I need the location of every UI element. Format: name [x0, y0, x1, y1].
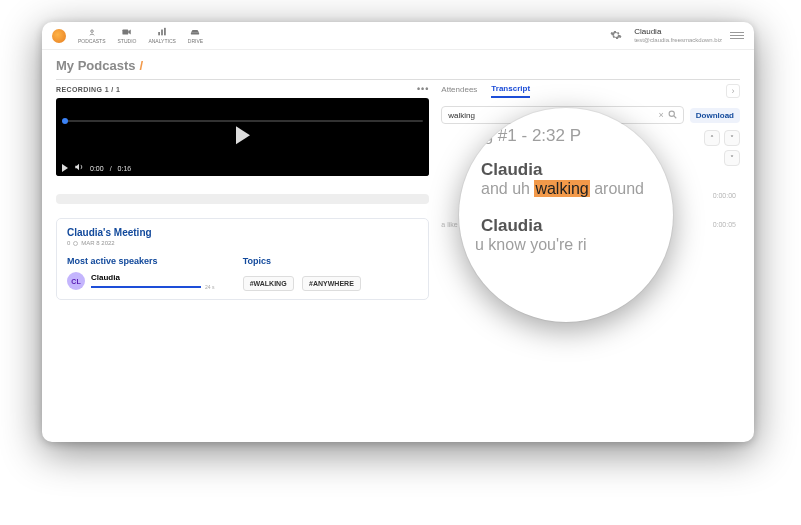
svg-line-7 [674, 116, 676, 118]
drive-icon [190, 27, 200, 37]
analytics-icon [157, 27, 167, 37]
mag-pre: and uh [481, 180, 534, 197]
waveform[interactable] [56, 194, 429, 204]
tab-attendees[interactable]: Attendees [441, 85, 477, 97]
page-title: My Podcasts/ [56, 58, 740, 73]
chevron-right-icon[interactable]: › [726, 84, 740, 98]
video-player[interactable]: 0:00 / 0:16 [56, 98, 429, 176]
user-email: test@claudia.freesmackdown.biz [634, 37, 722, 44]
nav-label: STUDIO [118, 38, 137, 44]
user-menu[interactable]: Claudia test@claudia.freesmackdown.biz [634, 28, 722, 43]
transcript-time: 0:00:00 [713, 192, 736, 199]
nav-analytics[interactable]: ANALYTICS [148, 27, 175, 44]
app-logo[interactable] [52, 29, 66, 43]
mag-speaker: Claudia [481, 216, 651, 236]
clear-icon[interactable]: × [659, 110, 664, 120]
mag-speaker: Claudia [481, 160, 651, 180]
tab-transcript[interactable]: Transcript [491, 84, 530, 98]
mag-line: u know you're ri [475, 236, 651, 254]
svg-point-0 [91, 30, 94, 33]
meeting-card: Claudia's Meeting 0 MAR 8 2022 Most acti… [56, 218, 429, 300]
search-icon[interactable] [668, 110, 677, 121]
svg-rect-5 [191, 33, 199, 35]
calendar-icon [73, 241, 78, 246]
search-highlight: walking [534, 180, 589, 197]
mag-line: and uh walking around [481, 180, 651, 198]
speaker-duration: 24 s [205, 284, 214, 290]
svg-point-6 [669, 111, 674, 116]
next-result-button[interactable]: ˅ [724, 130, 740, 146]
speaker-bar [91, 286, 201, 288]
top-navbar: PODCASTS STUDIO ANALYTICS DRIVE Claudia … [42, 22, 754, 50]
prev-result-button[interactable]: ˄ [704, 130, 720, 146]
studio-icon [122, 27, 132, 37]
avatar: CL [67, 272, 85, 290]
nav-label: DRIVE [188, 38, 203, 44]
nav-drive[interactable]: DRIVE [188, 27, 203, 44]
settings-button[interactable] [610, 29, 622, 43]
nav-podcasts[interactable]: PODCASTS [78, 27, 106, 44]
meeting-meta: 0 MAR 8 2022 [67, 240, 418, 246]
more-menu[interactable]: ••• [417, 84, 429, 94]
user-name: Claudia [634, 28, 722, 37]
play-icon[interactable] [236, 126, 250, 144]
seek-track[interactable] [62, 120, 423, 122]
collapse-button[interactable]: ˅ [724, 150, 740, 166]
nav-studio[interactable]: STUDIO [118, 27, 137, 44]
video-controls: 0:00 / 0:16 [56, 160, 429, 176]
divider [56, 79, 740, 80]
speaker-row[interactable]: CL Claudia 24 s [67, 272, 243, 290]
menu-icon[interactable] [730, 32, 744, 39]
topic-tag[interactable]: #ANYWHERE [302, 276, 361, 291]
nav-label: ANALYTICS [148, 38, 175, 44]
time-sep: / [110, 165, 112, 172]
download-button[interactable]: Download [690, 108, 740, 123]
time-duration: 0:16 [118, 165, 132, 172]
meeting-views: 0 [67, 240, 70, 246]
svg-rect-1 [122, 30, 128, 35]
page-title-text: My Podcasts [56, 58, 135, 73]
recording-header: RECORDING 1 / 1 ••• [56, 84, 429, 94]
meeting-title[interactable]: Claudia's Meeting [67, 227, 418, 238]
volume-icon[interactable] [74, 162, 84, 174]
topics-heading: Topics [243, 256, 419, 266]
topic-tag[interactable]: #WALKING [243, 276, 294, 291]
seek-thumb[interactable] [62, 118, 68, 124]
mag-post: around [590, 180, 644, 197]
time-current: 0:00 [90, 165, 104, 172]
svg-rect-2 [158, 32, 160, 35]
svg-rect-3 [161, 30, 163, 36]
breadcrumb-slash: / [139, 58, 143, 73]
speakers-heading: Most active speakers [67, 256, 243, 266]
transcript-tabs: Attendees Transcript › [441, 84, 740, 98]
podcasts-icon [87, 27, 97, 37]
recording-count: RECORDING 1 / 1 [56, 86, 120, 93]
speaker-name: Claudia [91, 273, 243, 282]
transcript-time: 0:00:05 [713, 221, 736, 228]
nav-label: PODCASTS [78, 38, 106, 44]
magnifier-overlay: ding #1 - 2:32 P Claudia and uh walking … [459, 108, 673, 322]
svg-rect-4 [164, 28, 166, 35]
play-button[interactable] [62, 164, 68, 172]
meeting-date: MAR 8 2022 [81, 240, 114, 246]
